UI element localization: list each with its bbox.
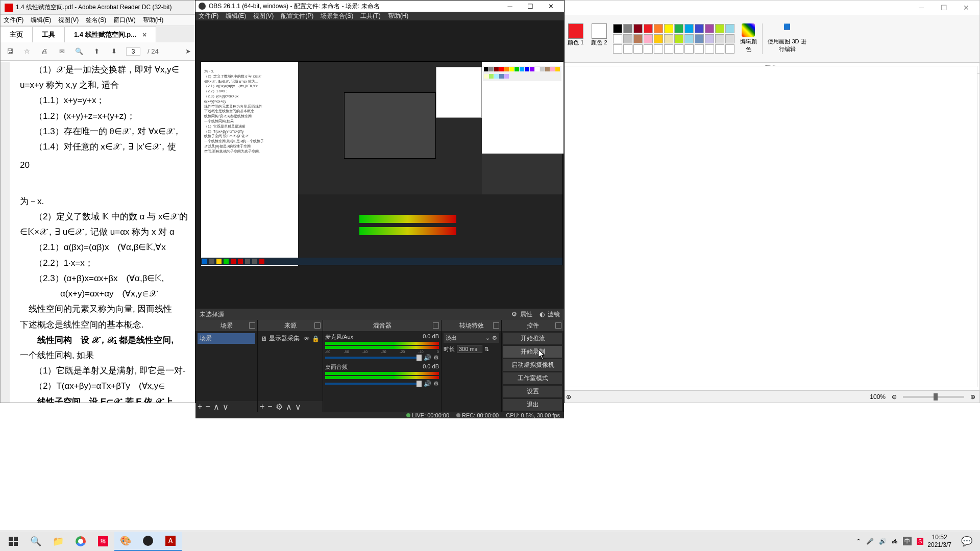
chrome-button[interactable] xyxy=(69,532,92,551)
menu-tools[interactable]: 工具(T) xyxy=(360,12,380,20)
network-icon[interactable]: 🖧 xyxy=(892,538,898,545)
palette-color[interactable] xyxy=(705,44,714,54)
palette-color[interactable] xyxy=(654,34,663,43)
tab-tools[interactable]: 工具 xyxy=(33,27,65,42)
palette-color[interactable] xyxy=(613,24,622,33)
app-button[interactable]: 稿 xyxy=(92,532,114,551)
menu-edit[interactable]: 编辑(E) xyxy=(31,16,51,24)
source-item[interactable]: 🖥 显示器采集 👁 🔒 xyxy=(260,333,321,344)
up-button[interactable]: ∧ xyxy=(213,402,219,412)
obs-button[interactable] xyxy=(137,532,159,551)
palette-color[interactable] xyxy=(613,44,622,54)
palette-color[interactable] xyxy=(644,34,653,43)
palette-color[interactable] xyxy=(674,34,683,43)
close-button[interactable]: ✕ xyxy=(541,1,561,12)
palette-color[interactable] xyxy=(725,34,734,43)
gear-icon[interactable]: ⚙ xyxy=(276,402,283,412)
settings-button[interactable]: 设置 xyxy=(503,385,562,398)
start-streaming-button[interactable]: 开始推流 xyxy=(503,332,562,345)
palette-color[interactable] xyxy=(623,44,632,54)
popout-icon[interactable] xyxy=(433,322,439,329)
obs-preview[interactable]: 为－x.（2）定义了数域K中的数 α 与 x∈𝒳∈K×𝒳，∃u∈𝒳，记做 u=α… xyxy=(195,20,564,309)
palette-color[interactable] xyxy=(674,44,683,54)
palette-color[interactable] xyxy=(715,24,724,33)
palette-color[interactable] xyxy=(674,24,683,33)
properties-button[interactable]: 属性 xyxy=(520,310,532,319)
add-button[interactable]: + xyxy=(198,402,202,411)
palette-color[interactable] xyxy=(684,44,694,54)
tab-file[interactable]: 1.4 线性赋范空间.p... × xyxy=(65,27,156,42)
start-virtualcam-button[interactable]: 启动虚拟摄像机 xyxy=(503,359,562,371)
color-palette[interactable] xyxy=(613,24,734,54)
notifications-button[interactable]: 💬 xyxy=(955,532,978,551)
acrobat-button[interactable]: A xyxy=(159,532,182,551)
maximize-button[interactable]: ☐ xyxy=(520,1,541,12)
menu-scene-collection[interactable]: 场景集合(S) xyxy=(321,12,353,20)
maximize-button[interactable]: ☐ xyxy=(933,2,955,14)
save-icon[interactable]: 🖫 xyxy=(5,46,15,57)
palette-color[interactable] xyxy=(623,24,632,33)
menu-window[interactable]: 窗口(W) xyxy=(113,16,135,24)
palette-color[interactable] xyxy=(715,44,724,54)
close-button[interactable]: ✕ xyxy=(955,2,977,14)
popout-icon[interactable] xyxy=(249,322,255,329)
start-button[interactable] xyxy=(2,532,24,551)
minimize-button[interactable]: ─ xyxy=(500,1,520,12)
volume-slider[interactable] xyxy=(325,383,422,385)
zoom-in-button[interactable]: ⊕ xyxy=(970,393,975,400)
palette-color[interactable] xyxy=(664,24,673,33)
gear-icon[interactable]: ⚙ xyxy=(433,380,439,387)
down-button[interactable]: ∨ xyxy=(295,402,301,412)
stepper-icon[interactable]: ⇅ xyxy=(484,346,489,353)
speaker-icon[interactable]: 🔊 xyxy=(879,538,887,545)
palette-color[interactable] xyxy=(654,44,663,54)
explorer-button[interactable]: 📁 xyxy=(47,532,69,551)
sougou-icon[interactable]: S xyxy=(917,538,923,545)
popout-icon[interactable] xyxy=(314,322,321,329)
exit-button[interactable]: 退出 xyxy=(503,398,562,411)
speaker-icon[interactable]: 🔊 xyxy=(424,354,431,361)
start-recording-button[interactable]: 开始录制 xyxy=(503,345,562,358)
palette-color[interactable] xyxy=(684,34,694,43)
studio-mode-button[interactable]: 工作室模式 xyxy=(503,372,562,385)
page-input[interactable] xyxy=(126,47,140,56)
system-tray[interactable]: ⌃ 🎤 🔊 🖧 中 S xyxy=(856,537,923,545)
palette-color[interactable] xyxy=(715,34,724,43)
chevron-up-icon[interactable]: ⌃ xyxy=(856,538,861,545)
popout-icon[interactable] xyxy=(493,322,499,329)
menu-help[interactable]: 帮助(H) xyxy=(143,16,164,24)
menu-view[interactable]: 视图(V) xyxy=(58,16,79,24)
palette-color[interactable] xyxy=(633,34,643,43)
down-button[interactable]: ∨ xyxy=(223,402,229,412)
palette-color[interactable] xyxy=(695,44,704,54)
palette-color[interactable] xyxy=(664,34,673,43)
minimize-button[interactable]: ─ xyxy=(910,2,933,14)
palette-color[interactable] xyxy=(705,34,714,43)
palette-color[interactable] xyxy=(623,34,632,43)
transition-select[interactable]: 淡出 ⌄ ⚙ xyxy=(444,333,499,343)
volume-slider[interactable] xyxy=(325,357,422,359)
menu-file[interactable]: 文件(F) xyxy=(199,12,218,20)
ime-indicator[interactable]: 中 xyxy=(903,537,912,545)
edit-colors-button[interactable]: 编辑颜色 xyxy=(739,23,758,54)
pointer-icon[interactable]: ➤ xyxy=(183,46,193,57)
popout-icon[interactable] xyxy=(555,322,561,329)
add-button[interactable]: + xyxy=(260,402,264,411)
print-icon[interactable]: 🖨 xyxy=(39,46,50,57)
remove-button[interactable]: − xyxy=(267,402,272,411)
filters-button[interactable]: 滤镜 xyxy=(548,310,560,319)
search-icon[interactable]: 🔍 xyxy=(74,46,84,57)
close-icon[interactable]: × xyxy=(142,31,146,39)
palette-color[interactable] xyxy=(725,24,734,33)
palette-color[interactable] xyxy=(695,34,704,43)
color-2[interactable]: 颜色 2 xyxy=(590,23,609,54)
search-button[interactable]: 🔍 xyxy=(24,532,47,551)
speaker-icon[interactable]: 🔊 xyxy=(424,380,431,387)
paint-canvas[interactable] xyxy=(564,66,977,387)
zoom-slider[interactable] xyxy=(903,396,964,398)
mic-icon[interactable]: 🎤 xyxy=(866,538,874,545)
menu-edit[interactable]: 编辑(E) xyxy=(226,12,246,20)
tab-home[interactable]: 主页 xyxy=(1,27,33,42)
paint-button[interactable]: 🎨 xyxy=(114,532,137,551)
duration-input[interactable] xyxy=(457,345,482,353)
